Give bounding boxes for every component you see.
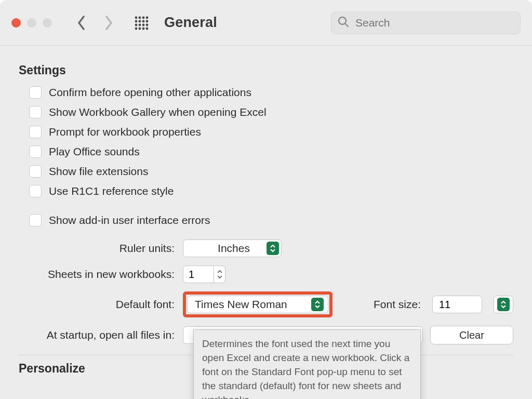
svg-point-7 <box>146 20 149 22</box>
font-size-input[interactable] <box>432 296 482 313</box>
sheets-input[interactable] <box>183 265 214 283</box>
ruler-label: Ruler units: <box>19 242 175 255</box>
checkbox-gallery[interactable] <box>29 106 42 118</box>
stepper-arrows[interactable] <box>214 265 225 283</box>
clear-button-label: Clear <box>459 329 484 341</box>
search-icon <box>338 16 349 30</box>
svg-point-3 <box>146 16 149 19</box>
search-input[interactable] <box>354 16 514 30</box>
checkbox-confirm-apps[interactable] <box>29 86 42 99</box>
chevron-updown-icon <box>267 242 279 255</box>
startup-label: At startup, open all files in: <box>19 329 175 341</box>
svg-point-4 <box>135 20 138 22</box>
settings-heading: Settings <box>19 63 513 77</box>
font-size-stepper[interactable] <box>494 296 513 313</box>
svg-point-6 <box>142 20 145 22</box>
svg-point-5 <box>139 20 141 22</box>
sheets-stepper[interactable] <box>183 265 225 283</box>
default-font-label: Default font: <box>19 298 175 311</box>
default-font-tooltip: Determines the font used the next time y… <box>193 329 421 399</box>
checkbox-sounds[interactable] <box>29 145 42 158</box>
checkbox-label: Show Workbook Gallery when opening Excel <box>49 106 267 118</box>
checkbox-addin-errors[interactable] <box>29 214 42 227</box>
svg-point-14 <box>142 27 145 30</box>
checkbox-label: Show file extensions <box>49 165 148 178</box>
close-window-button[interactable] <box>11 18 21 28</box>
svg-point-12 <box>135 27 138 30</box>
forward-button[interactable] <box>104 15 113 31</box>
nav-arrows <box>77 15 113 31</box>
settings-checklist: Confirm before opening other application… <box>19 83 513 201</box>
chevron-updown-icon <box>497 298 510 311</box>
page-title: General <box>164 15 217 31</box>
svg-point-1 <box>139 16 141 19</box>
clear-button[interactable]: Clear <box>430 326 513 344</box>
checkbox-label: Use R1C1 reference style <box>49 185 174 197</box>
ruler-units-value: Inches <box>218 242 250 255</box>
checkbox-label: Confirm before opening other application… <box>49 86 251 99</box>
content-area: Settings Confirm before opening other ap… <box>0 46 532 376</box>
svg-point-2 <box>142 16 145 19</box>
preferences-window: General Settings Confirm before opening … <box>0 0 532 399</box>
back-button[interactable] <box>77 15 86 31</box>
form-grid: Ruler units: Inches Sheets in new workbo… <box>19 240 513 344</box>
tooltip-text: Determines the font used the next time y… <box>202 338 409 399</box>
toolbar: General <box>0 0 532 46</box>
svg-point-11 <box>146 23 149 26</box>
default-font-highlight: Times New Roman <box>183 291 332 317</box>
checkbox-r1c1[interactable] <box>29 185 42 197</box>
checkbox-extensions[interactable] <box>29 165 42 178</box>
svg-line-17 <box>345 23 349 26</box>
checkbox-label: Prompt for workbook properties <box>49 126 201 138</box>
addin-errors-row: Show add-in user interface errors <box>19 210 513 230</box>
search-field[interactable] <box>331 11 521 34</box>
sheets-label: Sheets in new workbooks: <box>19 268 175 281</box>
svg-point-15 <box>146 27 149 30</box>
show-all-icon[interactable] <box>134 16 149 30</box>
svg-point-10 <box>142 23 145 26</box>
window-controls <box>11 18 52 28</box>
checkbox-label: Play Office sounds <box>49 145 140 158</box>
svg-point-0 <box>135 16 138 19</box>
chevron-updown-icon <box>311 298 324 311</box>
font-size-label: Font size: <box>374 298 421 311</box>
checkbox-properties[interactable] <box>29 126 42 138</box>
default-font-value: Times New Roman <box>195 298 287 311</box>
zoom-window-button[interactable] <box>43 18 52 28</box>
svg-point-9 <box>139 23 141 26</box>
checkbox-label: Show add-in user interface errors <box>49 214 210 227</box>
svg-point-8 <box>135 23 138 26</box>
minimize-window-button[interactable] <box>27 18 36 28</box>
ruler-units-popup[interactable]: Inches <box>183 240 282 257</box>
svg-point-13 <box>139 27 141 30</box>
default-font-popup[interactable]: Times New Roman <box>187 296 328 313</box>
